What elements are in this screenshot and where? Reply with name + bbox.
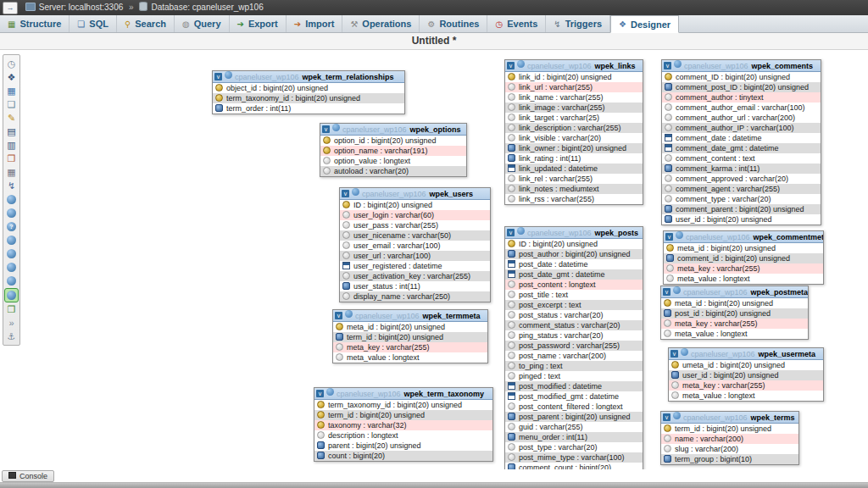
field-row-post_modified[interactable]: post_modified : datetime — [505, 381, 643, 391]
field-row-user_activation_key[interactable]: user_activation_key : varchar(255) — [340, 271, 490, 281]
new-relation-icon[interactable]: ↯ — [5, 180, 18, 192]
field-row-user_pass[interactable]: user_pass : varchar(255) — [340, 220, 490, 230]
field-row-term_group[interactable]: term_group : bigint(10) — [661, 454, 798, 464]
field-row-post_mime_type[interactable]: post_mime_type : varchar(100) — [505, 452, 643, 463]
nav-panel-toggle-button[interactable]: → — [3, 2, 18, 14]
field-row-post_content_filtered[interactable]: post_content_filtered : longtext — [505, 402, 643, 412]
table-options-icon[interactable] — [332, 124, 340, 131]
tab-search[interactable]: ⚲Search — [117, 15, 175, 32]
tab-triggers[interactable]: ↯Triggers — [546, 15, 610, 32]
field-row-meta_key[interactable]: meta_key : varchar(255) — [333, 342, 487, 352]
table-wpek_terms[interactable]: vcpaneluser_wp106wpek_termsterm_id : big… — [660, 411, 799, 465]
field-row-user_id[interactable]: user_id : bigint(20) unsigned — [662, 214, 821, 225]
table-options-icon[interactable] — [345, 310, 353, 318]
field-row-link_id[interactable]: link_id : bigint(20) unsigned — [505, 72, 643, 82]
field-row-post_date[interactable]: post_date : datetime — [505, 259, 643, 269]
field-row-link_updated[interactable]: link_updated : datetime — [505, 164, 643, 174]
field-row-comment_date_gmt[interactable]: comment_date_gmt : datetime — [662, 143, 821, 153]
field-row-link_target[interactable]: link_target : varchar(25) — [505, 113, 643, 123]
table-options-icon[interactable] — [326, 388, 334, 396]
table-options-icon[interactable] — [517, 227, 525, 235]
field-row-user_nicename[interactable]: user_nicename : varchar(50) — [340, 230, 490, 241]
field-row-user_status[interactable]: user_status : int(11) — [340, 281, 490, 291]
field-row-post_author[interactable]: post_author : bigint(20) unsigned — [505, 249, 643, 259]
move-menu-icon[interactable] — [4, 288, 19, 302]
table-wpek_term_taxonomy[interactable]: vcpaneluser_wp106wpek_term_taxonomyterm_… — [314, 387, 493, 462]
field-row-post_date_gmt[interactable]: post_date_gmt : datetime — [505, 269, 643, 280]
breadcrumb-database-link[interactable]: Database: cpaneluser_wp106 — [151, 3, 263, 12]
field-row-taxonomy[interactable]: taxonomy : varchar(32) — [314, 420, 492, 430]
field-row-post_status[interactable]: post_status : varchar(20) — [505, 310, 643, 320]
table-header[interactable]: vcpaneluser_wp106wpek_users — [340, 188, 490, 200]
field-row-link_image[interactable]: link_image : varchar(255) — [505, 103, 643, 113]
table-header[interactable]: vcpaneluser_wp106wpek_term_taxonomy — [314, 388, 492, 400]
collapse-table-button[interactable]: v — [342, 190, 349, 197]
breadcrumb-server-link[interactable]: Server: localhost:3306 — [39, 3, 124, 12]
field-row-meta_id[interactable]: meta_id : bigint(20) unsigned — [661, 298, 808, 308]
designer-canvas[interactable]: ◷❖▦❏✎▤▥❐▦↯?❐»⚓ vcpaneluser_wp106wpek_ter… — [0, 50, 868, 469]
field-row-post_title[interactable]: post_title : text — [505, 290, 643, 300]
collapse-table-button[interactable]: v — [214, 73, 222, 80]
field-row-comment_post_ID[interactable]: comment_post_ID : bigint(20) unsigned — [662, 82, 821, 92]
field-row-link_name[interactable]: link_name : varchar(255) — [505, 92, 643, 103]
add-table-icon[interactable]: ▦ — [5, 85, 18, 97]
tab-designer[interactable]: ❖Designer — [610, 15, 679, 33]
table-header[interactable]: vcpaneluser_wp106wpek_options — [320, 124, 466, 136]
table-wpek_options[interactable]: vcpaneluser_wp106wpek_optionsoption_id :… — [320, 123, 467, 177]
field-row-meta_value[interactable]: meta_value : longtext — [669, 391, 823, 401]
field-row-to_ping[interactable]: to_ping : text — [505, 361, 643, 371]
field-row-ID[interactable]: ID : bigint(20) unsigned — [505, 239, 643, 249]
field-row-user_login[interactable]: user_login : varchar(60) — [340, 210, 490, 220]
table-wpek_links[interactable]: vcpaneluser_wp106wpek_linkslink_id : big… — [504, 59, 643, 205]
field-row-comment_parent[interactable]: comment_parent : bigint(20) unsigned — [662, 204, 821, 214]
field-row-term_id[interactable]: term_id : bigint(20) unsigned — [661, 424, 798, 434]
field-row-term_id[interactable]: term_id : bigint(20) unsigned — [314, 410, 492, 420]
field-row-comment_agent[interactable]: comment_agent : varchar(255) — [662, 184, 821, 194]
field-row-comment_author_url[interactable]: comment_author_url : varchar(200) — [662, 113, 821, 123]
field-row-link_visible[interactable]: link_visible : varchar(20) — [505, 133, 643, 143]
field-row-post_id[interactable]: post_id : bigint(20) unsigned — [661, 308, 808, 319]
field-row-comment_author_IP[interactable]: comment_author_IP : varchar(100) — [662, 123, 821, 133]
field-row-count[interactable]: count : bigint(20) — [314, 451, 492, 461]
field-row-meta_key[interactable]: meta_key : varchar(255) — [669, 380, 823, 391]
table-header[interactable]: vcpaneluser_wp106wpek_usermeta — [669, 348, 823, 360]
field-row-parent[interactable]: parent : bigint(20) unsigned — [314, 441, 492, 451]
field-row-autoload[interactable]: autoload : varchar(20) — [320, 166, 466, 176]
table-options-icon[interactable] — [673, 412, 681, 419]
field-row-user_email[interactable]: user_email : varchar(100) — [340, 241, 490, 251]
field-row-comment_type[interactable]: comment_type : varchar(20) — [662, 194, 821, 204]
field-row-comment_karma[interactable]: comment_karma : int(11) — [662, 164, 821, 174]
field-row-comment_status[interactable]: comment_status : varchar(20) — [505, 320, 643, 330]
field-row-link_owner[interactable]: link_owner : bigint(20) unsigned — [505, 143, 643, 153]
table-header[interactable]: vcpaneluser_wp106wpek_terms — [661, 412, 798, 424]
field-row-menu_order[interactable]: menu_order : int(11) — [505, 432, 643, 442]
field-row-meta_key[interactable]: meta_key : varchar(255) — [664, 263, 823, 274]
small-big-all-icon[interactable] — [5, 261, 18, 274]
field-row-post_modified_gmt[interactable]: post_modified_gmt : datetime — [505, 391, 643, 402]
field-row-link_rss[interactable]: link_rss : varchar(255) — [505, 194, 643, 204]
collapse-table-button[interactable]: v — [665, 233, 673, 241]
field-row-description[interactable]: description : longtext — [314, 430, 492, 441]
table-grid-icon[interactable]: ▦ — [5, 166, 18, 179]
field-row-object_id[interactable]: object_id : bigint(20) unsigned — [213, 83, 404, 93]
show-hide-relations-icon[interactable] — [5, 193, 18, 206]
tab-events[interactable]: ◷Events — [487, 15, 546, 32]
fullscreen-icon[interactable]: ❖ — [5, 71, 18, 84]
table-options-icon[interactable] — [673, 286, 681, 294]
field-row-meta_value[interactable]: meta_value : longtext — [664, 274, 823, 284]
collapse-table-button[interactable]: v — [507, 229, 515, 236]
field-row-link_rel[interactable]: link_rel : varchar(255) — [505, 174, 643, 184]
delete-page-icon[interactable]: ❐ — [5, 152, 18, 165]
field-row-meta_value[interactable]: meta_value : longtext — [661, 329, 808, 339]
field-row-option_name[interactable]: option_name : varchar(191) — [320, 146, 466, 156]
field-row-post_password[interactable]: post_password : varchar(255) — [505, 341, 643, 351]
tab-routines[interactable]: ⚙Routines — [420, 15, 487, 32]
tab-structure[interactable]: ▦Structure — [0, 15, 70, 32]
field-row-umeta_id[interactable]: umeta_id : bigint(20) unsigned — [669, 360, 823, 370]
table-options-icon[interactable] — [674, 60, 682, 68]
snap-to-grid-icon[interactable] — [5, 247, 18, 260]
collapse-table-button[interactable]: v — [322, 125, 330, 133]
table-header[interactable]: vcpaneluser_wp106wpek_term_relationships — [213, 71, 404, 83]
field-row-comment_author[interactable]: comment_author : tinytext — [662, 92, 821, 103]
toggle-tables-list-icon[interactable]: ◷ — [5, 58, 18, 70]
